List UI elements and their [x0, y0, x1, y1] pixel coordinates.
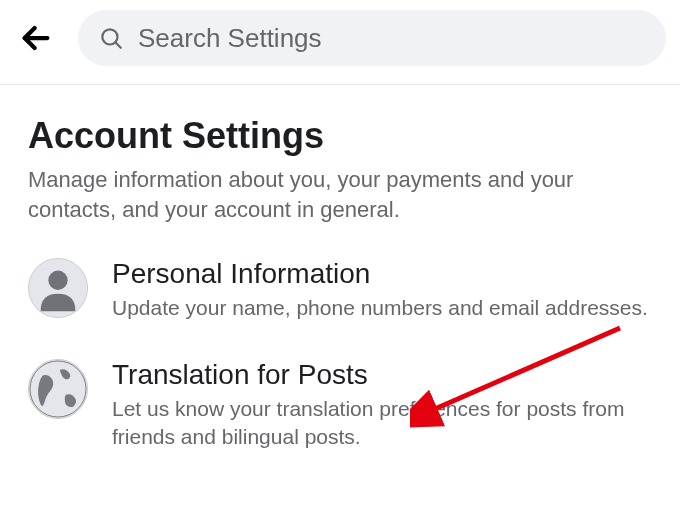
search-icon [98, 25, 124, 51]
setting-text: Personal Information Update your name, p… [112, 258, 652, 322]
content: Account Settings Manage information abou… [0, 85, 680, 451]
setting-text: Translation for Posts Let us know your t… [112, 359, 652, 452]
person-icon [28, 258, 88, 318]
setting-title: Translation for Posts [112, 359, 652, 391]
setting-title: Personal Information [112, 258, 652, 290]
globe-icon [28, 359, 88, 419]
search-bar[interactable] [78, 10, 666, 66]
page-subtitle: Manage information about you, your payme… [28, 165, 652, 224]
page-title: Account Settings [28, 115, 652, 157]
setting-personal-information[interactable]: Personal Information Update your name, p… [28, 258, 652, 322]
back-button[interactable] [14, 16, 58, 60]
svg-line-2 [116, 43, 121, 48]
setting-desc: Update your name, phone numbers and emai… [112, 294, 652, 322]
search-input[interactable] [138, 23, 646, 54]
setting-translation-for-posts[interactable]: Translation for Posts Let us know your t… [28, 359, 652, 452]
arrow-left-icon [19, 21, 53, 55]
svg-point-4 [48, 271, 67, 290]
header [0, 0, 680, 85]
setting-desc: Let us know your translation preferences… [112, 395, 652, 452]
